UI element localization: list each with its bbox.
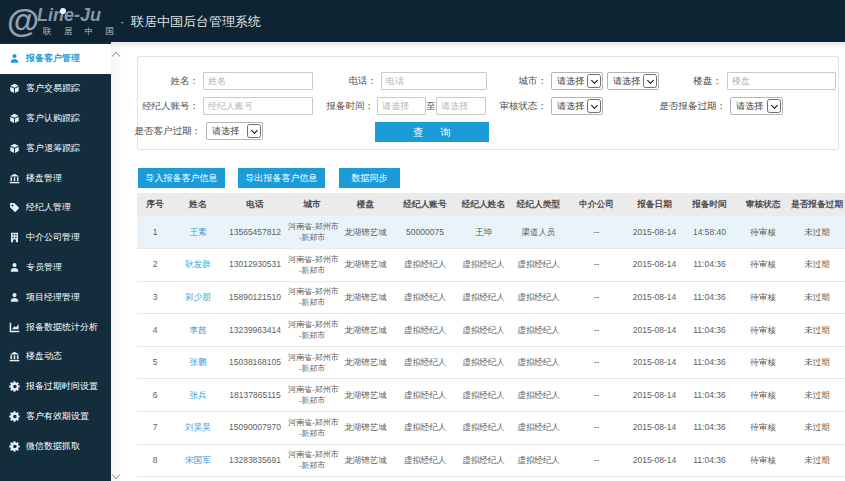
agent-account-label: 经纪人账号： [110, 97, 199, 115]
column-header: 报备时间 [682, 193, 737, 216]
cube-icon [9, 113, 20, 124]
header-bar: @ Line-Ju 联 居 中 国 · 联居中国后台管理系统 [0, 0, 845, 42]
cell: 河南省-郑州市 -新郑市 [287, 314, 337, 347]
cell: 龙湖锦艺城 [337, 346, 394, 379]
cell: 渠道人员 [511, 216, 566, 249]
sidebar-item-5[interactable]: 楼盘管理 [0, 163, 111, 193]
cell: 11:04:36 [682, 314, 737, 347]
customer-name-link[interactable]: 郭少朋 [173, 281, 223, 314]
sidebar-item-label: 专员管理 [26, 261, 62, 274]
cell: 13283835691 [223, 444, 287, 477]
cell: 待审核 [737, 281, 789, 314]
cell: 未过期 [789, 281, 845, 314]
select-arrow-icon [587, 99, 601, 113]
tag-icon [9, 202, 20, 213]
cell: 11:04:36 [682, 281, 737, 314]
export-report-customers-button[interactable]: 导出报备客户信息 [238, 168, 325, 188]
cell: 龙湖锦艺城 [337, 281, 394, 314]
sidebar-item-1[interactable]: 报备客户管理 [0, 44, 111, 74]
table-row-6: 6张兵18137865115河南省-郑州市 -新郑市龙湖锦艺城虚拟经纪人虚拟经纪… [137, 379, 845, 412]
sidebar-item-7[interactable]: 中介公司管理 [0, 223, 111, 253]
query-button[interactable]: 查询 [375, 122, 489, 142]
customer-name-link[interactable]: 宋国军 [173, 444, 223, 477]
cell: 13012930531 [223, 249, 287, 282]
cell: 未过期 [789, 314, 845, 347]
cell: 龙湖锦艺城 [337, 444, 394, 477]
brand-text: Line-Ju [37, 5, 101, 26]
cell: 2015-08-14 [627, 281, 682, 314]
cell: 3 [137, 281, 173, 314]
cell: 河南省-郑州市 -新郑市 [287, 379, 337, 412]
audit-status-select[interactable]: 请选择 [551, 97, 603, 115]
cell: -- [566, 216, 627, 249]
city-province-select-value: 请选择 [557, 73, 584, 89]
report-time-from-input[interactable] [377, 97, 426, 115]
sidebar-item-14[interactable]: 微信数据抓取 [0, 431, 111, 461]
cell: 虚拟经纪人 [511, 314, 566, 347]
city-province-select[interactable]: 请选择 [551, 72, 603, 90]
cell: 待审核 [737, 412, 789, 445]
cell: 13565457812 [223, 216, 287, 249]
customer-expired-select[interactable]: 请选择 [206, 122, 263, 140]
sidebar-item-13[interactable]: 客户有效期设置 [0, 402, 111, 432]
sidebar-item-12[interactable]: 报备过期时间设置 [0, 372, 111, 402]
menu-collapse-chevron-up-icon[interactable] [112, 51, 121, 60]
table-header: 序号姓名电话城市楼盘经纪人账号经纪人姓名经纪人类型中介公司报备日期报备时间审核状… [137, 193, 845, 216]
cell: 虚拟经纪人 [456, 281, 511, 314]
cell: 11:04:36 [682, 412, 737, 445]
brand-dot-icon [60, 8, 66, 14]
menu-scroll-chevron-down-icon[interactable] [112, 472, 121, 481]
user-icon [9, 292, 20, 303]
sidebar-item-label: 项目经理管理 [26, 291, 80, 304]
cell: 待审核 [737, 249, 789, 282]
customer-name-link[interactable]: 刘昊昊 [173, 412, 223, 445]
customer-name-link[interactable]: 王素 [173, 216, 223, 249]
customer-name-link[interactable]: 张兵 [173, 379, 223, 412]
building-input[interactable] [727, 72, 836, 90]
cell: 虚拟经纪人 [394, 281, 456, 314]
sidebar-item-9[interactable]: 项目经理管理 [0, 282, 111, 312]
sidebar-item-4[interactable]: 客户退筹跟踪 [0, 133, 111, 163]
office-icon [9, 232, 20, 243]
sidebar-item-6[interactable]: 经纪人管理 [0, 193, 111, 223]
cell: 2015-08-14 [627, 314, 682, 347]
column-header: 序号 [137, 193, 173, 216]
cell: 虚拟经纪人 [511, 379, 566, 412]
sidebar-item-10[interactable]: 报备数据统计分析 [0, 312, 111, 342]
cell: 虚拟经纪人 [394, 314, 456, 347]
sidebar-item-11[interactable]: 楼盘动态 [0, 342, 111, 372]
cell: 龙湖锦艺城 [337, 314, 394, 347]
cell: 未过期 [789, 444, 845, 477]
column-header: 经纪人类型 [511, 193, 566, 216]
customer-name-link[interactable]: 张鹏 [173, 346, 223, 379]
column-header: 姓名 [173, 193, 223, 216]
sidebar-item-label: 客户有效期设置 [26, 410, 89, 423]
report-expired-select-value: 请选择 [736, 98, 763, 114]
audit-status-select-value: 请选择 [557, 98, 584, 114]
report-time-to-input[interactable] [436, 97, 486, 115]
cell: 河南省-郑州市 -新郑市 [287, 412, 337, 445]
page: @ Line-Ju 联 居 中 国 · 联居中国后台管理系统 报备客户管理 客户… [0, 0, 845, 481]
cell: 6 [137, 379, 173, 412]
sidebar-item-2[interactable]: 客户交易跟踪 [0, 74, 111, 104]
sidebar-item-8[interactable]: 专员管理 [0, 253, 111, 283]
cell: 虚拟经纪人 [394, 346, 456, 379]
report-expired-select[interactable]: 请选择 [730, 97, 783, 115]
sidebar-item-label: 客户交易跟踪 [26, 82, 80, 95]
gear-icon [9, 441, 20, 452]
data-sync-button[interactable]: 数据同步 [339, 168, 400, 188]
cell: 18137865115 [223, 379, 287, 412]
column-header: 报备日期 [627, 193, 682, 216]
phone-input[interactable] [381, 72, 487, 90]
import-report-customers-button[interactable]: 导入报备客户信息 [138, 168, 225, 188]
report-time-to-label: 至 [426, 97, 436, 115]
customer-name-link[interactable]: 耿发群 [173, 249, 223, 282]
column-header: 审核状态 [737, 193, 789, 216]
logo-at-icon: @ [5, 2, 41, 40]
column-header: 经纪人姓名 [456, 193, 511, 216]
customer-name-link[interactable]: 李茜 [173, 314, 223, 347]
cell: 河南省-郑州市 -新郑市 [287, 249, 337, 282]
sidebar-item-3[interactable]: 客户认购跟踪 [0, 104, 111, 134]
cell: 河南省-郑州市 -新郑市 [287, 281, 337, 314]
cell: 虚拟经纪人 [511, 412, 566, 445]
